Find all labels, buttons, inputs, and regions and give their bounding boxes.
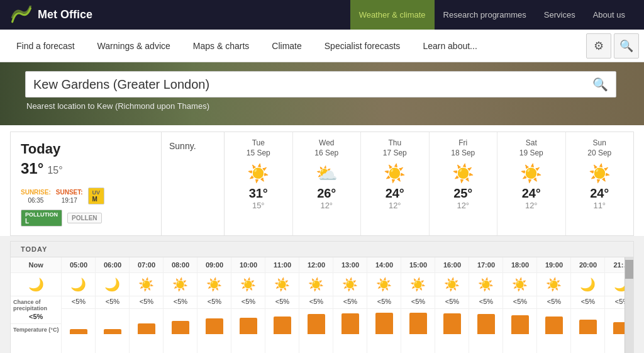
day-high-temp: 26° [298, 186, 356, 201]
search-submit-icon[interactable]: 🔍 [592, 77, 608, 92]
hourly-table: Now 🌙 Chance ofprecipitation <5% Tempera… [11, 257, 633, 353]
temp-bar-container [435, 309, 469, 334]
settings-button[interactable]: ⚙ [586, 33, 611, 59]
hour-temp [469, 309, 502, 334]
day-label: Sat 19 Sep [502, 138, 560, 158]
hour-temp [503, 309, 536, 334]
hour-weather-icon: ☀️ [265, 273, 299, 296]
hourly-col: 16:00 ☀️ <5% [435, 257, 469, 353]
hour-temp [130, 309, 163, 334]
hour-temp [265, 309, 299, 334]
hour-precip: <5% [231, 296, 265, 309]
temp-bar [579, 320, 597, 334]
hourly-section-header: TODAY [11, 242, 633, 257]
day-low-temp: 15° [230, 201, 287, 210]
hourly-col: 12:00 ☀️ <5% [299, 257, 333, 353]
sunrise-item: SUNRISE: 06:35 [21, 189, 51, 204]
top-nav-weather[interactable]: Weather & climate [350, 0, 435, 30]
hour-weather-icon: 🌙 [11, 273, 61, 296]
precip-value: <5% [401, 296, 435, 308]
temp-bar [70, 329, 87, 334]
day-weather-icon: ☀️ [230, 163, 287, 184]
hour-temp [197, 309, 231, 334]
nav-maps[interactable]: Maps & charts [182, 30, 260, 62]
hour-time-label: Now [11, 257, 61, 273]
temp-bar-container [197, 309, 231, 334]
top-navigation: Met Office Weather & climate Research pr… [0, 0, 644, 30]
day-high-temp: 24° [571, 186, 629, 201]
met-office-logo-icon [10, 6, 33, 25]
hour-weather-icon: ☀️ [503, 273, 536, 296]
temp-bar [138, 323, 155, 334]
hour-weather-icon: ☀️ [401, 273, 435, 296]
today-panel: Today 31° 15° SUNRISE: 06:35 SUNSET: 19:… [11, 132, 162, 235]
forecast-card: Today 31° 15° SUNRISE: 06:35 SUNSET: 19:… [10, 132, 634, 236]
temp-bar-container [62, 309, 95, 334]
temp-bar-container [469, 309, 502, 334]
precip-value: <5% [605, 296, 625, 308]
sec-nav-icons: ⚙ 🔍 [586, 33, 639, 59]
hourly-col: 14:00 ☀️ <5% [367, 257, 401, 353]
temp-bar-container [164, 309, 197, 334]
precip-value: <5% [231, 296, 265, 308]
hour-temp [367, 309, 401, 334]
day-weather-icon: ☀️ [366, 163, 424, 184]
hourly-col: 17:00 ☀️ <5% [469, 257, 503, 353]
week-columns: Sunny. Tue 15 Sep ☀️ 31° 15° Wed 16 Sep … [162, 132, 633, 235]
week-day-col: Sat 19 Sep ☀️ 24° 12° [497, 132, 566, 235]
temp-bar-container [571, 309, 604, 334]
week-forecast-area: Sunny. Tue 15 Sep ☀️ 31° 15° Wed 16 Sep … [162, 132, 633, 235]
hour-time-label: 08:00 [164, 257, 197, 273]
today-high-temp: 31° [21, 160, 43, 177]
hour-time-label: 12:00 [299, 257, 333, 273]
day-low-temp: 12° [502, 201, 560, 210]
week-day-col: Tue 15 Sep ☀️ 31° 15° [225, 132, 293, 235]
temp-bar-container [299, 309, 333, 334]
logo-area: Met Office [10, 6, 92, 25]
secondary-navigation: Find a forecast Warnings & advice Maps &… [0, 30, 644, 62]
hour-weather-icon: ☀️ [367, 273, 401, 296]
day-high-temp: 25° [435, 186, 492, 201]
day-high-temp: 24° [366, 186, 424, 201]
nav-warnings[interactable]: Warnings & advice [86, 30, 182, 62]
sunrise-time: 06:35 [28, 197, 43, 204]
day-high-temp: 31° [230, 186, 287, 201]
hourly-col: 21:… 🌙 <5% [605, 257, 625, 353]
hourly-col: 07:00 ☀️ <5% [130, 257, 164, 353]
temp-header-label: Temperature (°C) [11, 324, 61, 333]
scroll-thumb[interactable] [625, 260, 633, 279]
temp-bar-container [231, 309, 265, 334]
hour-precip: <5% [401, 296, 435, 309]
precip-value: <5% [333, 296, 367, 308]
top-nav-services[interactable]: Services [535, 0, 584, 30]
sunset-time: 19:17 [62, 197, 77, 204]
scroll-track[interactable] [625, 257, 633, 353]
day-label: Fri 18 Sep [435, 138, 492, 158]
week-day-col: Sun 20 Sep ☀️ 24° 11° [566, 132, 634, 235]
nav-find-forecast[interactable]: Find a forecast [5, 30, 86, 62]
uv-value: M [92, 196, 97, 203]
temp-bar-container [605, 309, 625, 334]
hour-time-label: 14:00 [367, 257, 401, 273]
top-nav-research[interactable]: Research programmes [435, 0, 535, 30]
hour-precip: <5% [469, 296, 502, 309]
sunset-item: SUNSET: 19:17 [56, 189, 83, 204]
top-nav-about[interactable]: About us [584, 0, 634, 30]
temp-bar [206, 318, 223, 334]
hour-precip: <5% [503, 296, 536, 309]
day-label: Wed 16 Sep [298, 138, 356, 158]
today-label: Today [21, 141, 151, 157]
hour-weather-icon: 🌙 [605, 273, 625, 296]
hour-time-label: 18:00 [503, 257, 536, 273]
hour-time-label: 07:00 [130, 257, 163, 273]
week-day-col: Thu 17 Sep ☀️ 24° 12° [361, 132, 430, 235]
nav-learn[interactable]: Learn about... [411, 30, 488, 62]
location-search-input[interactable] [33, 77, 592, 92]
temp-bar-container [11, 333, 61, 353]
nav-climate[interactable]: Climate [260, 30, 313, 62]
temp-bar [308, 314, 325, 334]
today-description: Sunny. [162, 132, 225, 235]
nav-specialist[interactable]: Specialist forecasts [313, 30, 412, 62]
search-button[interactable]: 🔍 [614, 33, 639, 59]
hour-time-label: 21:… [605, 257, 625, 273]
